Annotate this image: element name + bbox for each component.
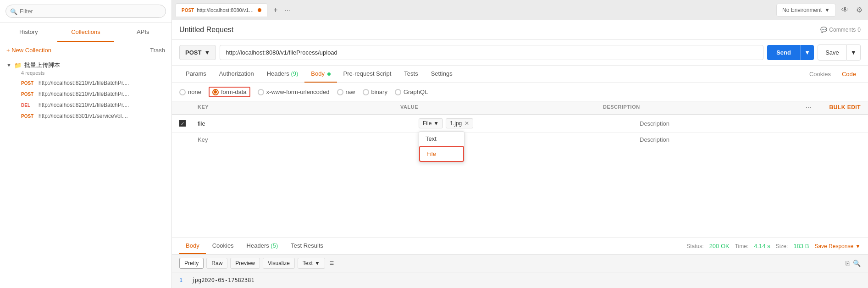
collection-header[interactable]: ▼ 📁 批量上传脚本 xyxy=(6,61,165,69)
list-item[interactable]: POST http://localhost:8210/v1/fileBatchP… xyxy=(6,78,165,89)
list-item[interactable]: POST http://localhost:8301/v1/serviceVol… xyxy=(6,111,165,122)
list-item[interactable]: POST http://localhost:8210/v1/fileBatchP… xyxy=(6,89,165,100)
popup-item-text[interactable]: Text xyxy=(419,132,464,146)
response-right-icons: ⎘ 🔍 xyxy=(846,260,861,267)
file-name-label: 1.jpg xyxy=(450,120,462,127)
tab-pre-request-script[interactable]: Pre-request Script xyxy=(337,66,398,83)
radio-urlencoded[interactable]: x-www-form-urlencoded xyxy=(258,89,330,95)
size-value: 183 B xyxy=(793,243,809,249)
bottom-tab-test-results[interactable]: Test Results xyxy=(284,238,330,254)
request-tab[interactable]: POST http://localhost:8080/v1/filePr... xyxy=(176,3,267,17)
radio-urlencoded-label: x-www-form-urlencoded xyxy=(266,89,330,95)
empty-desc-input[interactable] xyxy=(640,136,861,143)
tab-settings[interactable]: Settings xyxy=(425,66,459,83)
method-select[interactable]: POST ▼ xyxy=(179,45,216,60)
send-dropdown-button[interactable]: ▼ xyxy=(800,45,814,60)
method-label: POST xyxy=(185,49,201,56)
row-checkbox[interactable]: ✓ xyxy=(179,120,186,127)
radio-raw[interactable]: raw xyxy=(337,89,355,95)
save-button[interactable]: Save xyxy=(818,44,847,61)
eye-icon[interactable]: 👁 xyxy=(840,4,851,16)
list-item[interactable]: DEL http://localhost:8210/v1/fileBatchPr… xyxy=(6,100,165,111)
tab-add-button[interactable]: + xyxy=(269,4,282,17)
col-key-header: KEY xyxy=(198,104,400,111)
table-empty-row xyxy=(172,133,868,147)
tab-headers[interactable]: Headers (9) xyxy=(260,66,305,83)
file-type-label: File xyxy=(423,120,431,127)
line-text-1: jpg2020-05-17582381 xyxy=(191,277,254,283)
radio-binary[interactable]: binary xyxy=(363,89,387,95)
format-visualize-button[interactable]: Visualize xyxy=(263,258,295,269)
file-type-popup: Text File xyxy=(419,131,464,162)
file-type-dropdown[interactable]: File ▼ xyxy=(419,118,443,128)
empty-desc-cell xyxy=(640,136,861,143)
cookies-link[interactable]: Cookies xyxy=(805,66,835,82)
trash-button[interactable]: Trash xyxy=(150,47,165,54)
bottom-tab-cookies[interactable]: Cookies xyxy=(206,238,240,254)
bottom-tab-headers[interactable]: Headers (5) xyxy=(240,238,285,254)
format-pretty-button[interactable]: Pretty xyxy=(179,258,204,269)
response-content: 1 jpg2020-05-17582381 xyxy=(172,272,868,288)
radio-none-label: none xyxy=(188,89,201,95)
save-btn-wrap: Save ▼ xyxy=(818,44,861,61)
req-tab-right: Cookies Code xyxy=(805,66,861,82)
gear-icon[interactable]: ⚙ xyxy=(854,4,864,16)
file-remove-icon[interactable]: ✕ xyxy=(464,120,469,127)
save-dropdown-button[interactable]: ▼ xyxy=(847,44,861,61)
radio-none[interactable]: none xyxy=(179,89,201,95)
collection-name: 批量上传脚本 xyxy=(24,61,60,69)
method-arrow-icon: ▼ xyxy=(204,49,210,56)
tab-apis[interactable]: APIs xyxy=(114,23,171,42)
row-desc-input[interactable] xyxy=(640,120,861,127)
table-header: KEY VALUE DESCRIPTION ··· Bulk Edit xyxy=(172,101,868,115)
tab-params[interactable]: Params xyxy=(179,66,213,83)
url-input[interactable] xyxy=(220,45,763,60)
empty-key-input[interactable] xyxy=(198,136,419,143)
env-dropdown[interactable]: No Environment ▼ xyxy=(776,4,836,17)
tab-history[interactable]: History xyxy=(0,23,57,42)
response-type-label: Text xyxy=(303,260,313,266)
radio-graphql[interactable]: GraphQL xyxy=(395,89,428,95)
comments-label: Comments xyxy=(829,27,856,33)
code-link[interactable]: Code xyxy=(837,66,861,82)
save-response-label: Save Response xyxy=(814,243,853,249)
search-response-icon[interactable]: 🔍 xyxy=(853,260,861,267)
bottom-tab-right: Status: 200 OK Time: 4.14 s Size: 183 B … xyxy=(686,243,861,249)
request-url: http://localhost:8301/v1/serviceVol.... xyxy=(39,113,128,119)
filter-input[interactable] xyxy=(6,5,166,18)
format-preview-button[interactable]: Preview xyxy=(230,258,260,269)
request-url: http://localhost:8210/v1/fileBatchPr.... xyxy=(39,102,129,108)
tab-collections[interactable]: Collections xyxy=(57,23,115,42)
tab-more-button[interactable]: ··· xyxy=(285,6,290,14)
popup-item-file[interactable]: File xyxy=(419,146,464,162)
col-value-header: VALUE xyxy=(400,104,603,111)
request-url: http://localhost:8210/v1/fileBatchPr.... xyxy=(39,91,129,97)
save-response-button[interactable]: Save Response ▼ xyxy=(814,243,861,249)
radio-form-data[interactable]: form-data xyxy=(209,87,250,97)
wrap-icon[interactable]: ≡ xyxy=(330,259,334,267)
url-bar: POST ▼ Send ▼ Save ▼ xyxy=(172,40,868,66)
tab-authorization[interactable]: Authorization xyxy=(213,66,260,83)
main-area: POST http://localhost:8080/v1/filePr... … xyxy=(172,0,868,288)
line-number-1: 1 xyxy=(179,277,182,283)
env-label: No Environment xyxy=(782,7,822,13)
format-raw-button[interactable]: Raw xyxy=(206,258,227,269)
comment-icon: 💬 xyxy=(820,27,827,33)
comments-button[interactable]: 💬 Comments 0 xyxy=(820,27,861,33)
bulk-edit-button[interactable]: Bulk Edit xyxy=(829,104,861,111)
status-label: Status: xyxy=(686,243,703,249)
folder-icon: 📁 xyxy=(14,62,22,69)
body-options: none form-data x-www-form-urlencoded raw… xyxy=(172,83,868,101)
bottom-tab-body[interactable]: Body xyxy=(179,238,206,254)
tab-tests[interactable]: Tests xyxy=(398,66,424,83)
tab-body[interactable]: Body xyxy=(304,66,337,83)
copy-icon[interactable]: ⎘ xyxy=(846,260,849,267)
send-button[interactable]: Send xyxy=(767,45,800,60)
response-type-select[interactable]: Text ▼ xyxy=(298,258,325,269)
collection-arrow-icon: ▼ xyxy=(6,62,11,68)
table-more-button[interactable]: ··· xyxy=(806,104,824,111)
env-arrow-icon: ▼ xyxy=(824,7,830,13)
radio-urlencoded-circle xyxy=(258,89,264,95)
bottom-tabs: Body Cookies Headers (5) Test Results St… xyxy=(172,238,868,255)
new-collection-button[interactable]: + New Collection xyxy=(6,47,51,54)
